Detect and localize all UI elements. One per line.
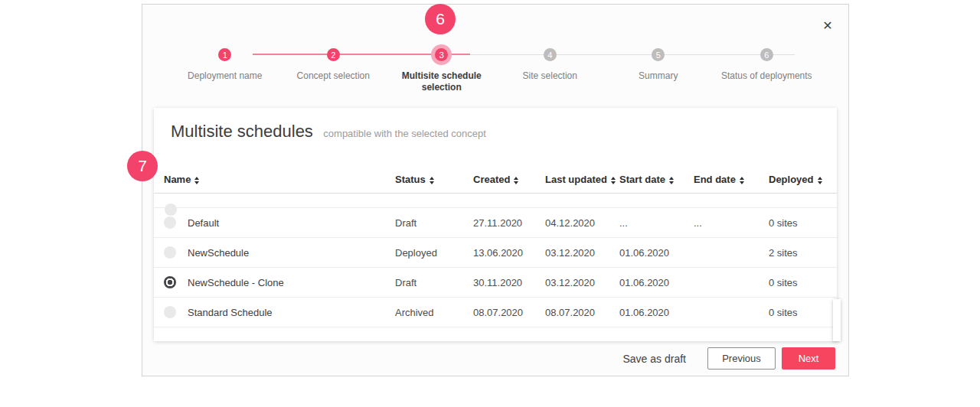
cell-start-date: 01.06.2020 (619, 307, 694, 318)
step-label: Summary (639, 70, 678, 82)
cell-created: 08.07.2020 (473, 307, 545, 318)
cell-created: 30.11.2020 (473, 277, 545, 288)
table-row-default[interactable]: Default Draft 27.11.2020 04.12.2020 ... … (154, 208, 837, 238)
cell-last-updated: 03.12.2020 (545, 277, 619, 288)
radio-button[interactable] (165, 204, 177, 216)
annotation-badge-6: 6 (425, 4, 456, 34)
cell-deployed: 0 sites (769, 277, 837, 288)
table-row-newschedule-clone[interactable]: NewSchedule - Clone Draft 30.11.2020 03.… (154, 268, 837, 298)
column-label: Status (395, 174, 426, 185)
cell-name: NewSchedule - Clone (188, 277, 395, 288)
save-as-draft-button[interactable]: Save as draft (623, 353, 687, 365)
page-title: Multisite schedules (171, 122, 313, 141)
sort-icon (818, 177, 822, 184)
step-number-circle: 4 (544, 48, 557, 61)
radio-button[interactable] (164, 217, 176, 229)
column-header-deployed[interactable]: Deployed (769, 174, 837, 193)
stepper-step-deployment-name[interactable]: 1 Deployment name (171, 48, 279, 93)
table-row-partially-scrolled[interactable] (154, 194, 837, 208)
stepper-step-multisite-schedule-selection[interactable]: 3 Multisite schedule selection (387, 48, 496, 93)
cell-name: NewSchedule (188, 247, 395, 259)
cell-last-updated: 03.12.2020 (545, 247, 619, 259)
cell-start-date: 01.06.2020 (619, 247, 694, 259)
stepper-step-concept-selection[interactable]: 2 Concept selection (279, 48, 388, 93)
next-button[interactable]: Next (782, 347, 835, 370)
column-label: End date (694, 174, 736, 185)
column-header-name[interactable]: Name (164, 174, 395, 193)
step-label: Deployment name (188, 70, 262, 82)
step-number-circle: 6 (760, 48, 773, 61)
table-row-newschedule[interactable]: NewSchedule Deployed 13.06.2020 03.12.20… (154, 238, 837, 268)
cell-status: Archived (395, 307, 473, 318)
cell-status: Draft (395, 217, 473, 229)
page-subtitle: compatible with the selected concept (323, 128, 485, 139)
step-number-circle: 5 (652, 48, 665, 61)
cell-status: Deployed (395, 247, 473, 259)
sort-icon (194, 177, 199, 184)
cell-deployed: 2 sites (769, 247, 837, 259)
scrollbar[interactable] (833, 299, 841, 341)
cell-start-date: ... (619, 217, 694, 229)
stepper-step-site-selection[interactable]: 4 Site selection (496, 48, 605, 93)
close-button[interactable]: ✕ (819, 17, 836, 34)
sort-icon (514, 177, 518, 184)
radio-button[interactable] (164, 306, 176, 318)
step-label: Status of deployments (721, 70, 812, 82)
cell-end-date: ... (694, 217, 769, 229)
annotation-badge-7: 7 (127, 151, 158, 181)
step-number-circle: 1 (218, 48, 231, 61)
column-header-created[interactable]: Created (473, 174, 545, 193)
column-header-end-date[interactable]: End date (694, 174, 769, 193)
step-label: Multisite schedule selection (394, 70, 489, 93)
column-header-last-updated[interactable]: Last updated (545, 174, 619, 193)
stepper-step-status-of-deployments[interactable]: 6 Status of deployments (713, 48, 822, 93)
sort-icon (669, 177, 674, 184)
radio-button[interactable] (164, 246, 176, 259)
schedule-list: Default Draft 27.11.2020 04.12.2020 ... … (154, 194, 837, 341)
step-number-circle: 2 (327, 48, 340, 61)
wizard-footer: Save as draft Previous Next (623, 347, 836, 370)
cell-last-updated: 08.07.2020 (545, 307, 619, 318)
cell-created: 27.11.2020 (473, 217, 545, 229)
column-header-status[interactable]: Status (395, 174, 473, 193)
cell-name: Default (188, 217, 395, 229)
sort-icon (611, 177, 616, 184)
table-row-standard-schedule[interactable]: Standard Schedule Archived 08.07.2020 08… (154, 298, 837, 327)
multisite-schedules-card: Multisite schedules compatible with the … (154, 108, 837, 341)
cell-status: Draft (395, 277, 473, 288)
table-header-row: Name Status Created Last updated Start d… (154, 174, 837, 194)
close-icon: ✕ (822, 18, 832, 33)
step-label: Site selection (523, 70, 577, 82)
previous-button[interactable]: Previous (707, 347, 776, 370)
wizard-stepper: 1 Deployment name 2 Concept selection 3 … (171, 48, 821, 93)
deployment-wizard-modal: ✕ 1 Deployment name 2 Concept selection … (142, 4, 849, 376)
column-header-start-date[interactable]: Start date (619, 174, 694, 193)
radio-button[interactable] (164, 276, 176, 288)
sort-icon (430, 177, 434, 184)
step-label: Concept selection (297, 70, 370, 82)
column-label: Last updated (545, 174, 607, 185)
column-label: Deployed (769, 174, 814, 185)
sort-icon (740, 177, 744, 184)
column-label: Name (164, 174, 191, 185)
cell-start-date: 01.06.2020 (619, 277, 694, 288)
column-label: Created (473, 174, 510, 185)
cell-last-updated: 04.12.2020 (545, 217, 619, 229)
step-number-circle: 3 (435, 48, 448, 61)
cell-deployed: 0 sites (769, 307, 837, 318)
cell-created: 13.06.2020 (473, 247, 545, 259)
stepper-step-summary[interactable]: 5 Summary (604, 48, 713, 93)
cell-deployed: 0 sites (769, 217, 837, 229)
cell-name: Standard Schedule (188, 307, 395, 318)
column-label: Start date (619, 174, 665, 185)
